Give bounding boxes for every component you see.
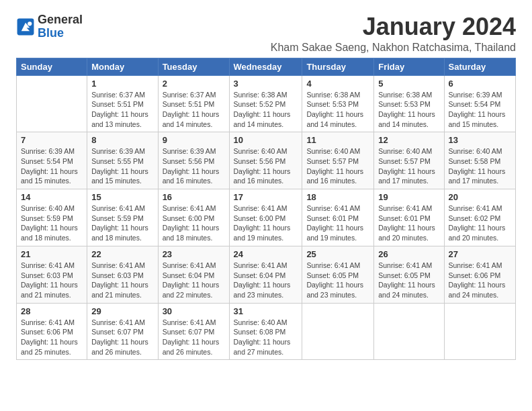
day-info: Sunrise: 6:40 AMSunset: 5:56 PMDaylight:… <box>234 146 298 186</box>
day-cell: 5Sunrise: 6:38 AMSunset: 5:53 PMDaylight… <box>374 75 444 132</box>
day-number: 4 <box>306 79 369 89</box>
day-info: Sunrise: 6:41 AMSunset: 6:04 PMDaylight:… <box>163 261 225 300</box>
day-cell: 12Sunrise: 6:40 AMSunset: 5:57 PMDayligh… <box>374 132 444 189</box>
col-header-saturday: Saturday <box>444 58 516 75</box>
day-cell: 16Sunrise: 6:41 AMSunset: 6:00 PMDayligh… <box>158 189 229 246</box>
svg-point-2 <box>28 21 32 26</box>
logo-blue: Blue <box>38 27 83 40</box>
day-number: 14 <box>21 192 83 202</box>
day-info: Sunrise: 6:41 AMSunset: 6:03 PMDaylight:… <box>91 261 153 300</box>
day-info: Sunrise: 6:41 AMSunset: 6:00 PMDaylight:… <box>163 203 225 243</box>
day-number: 27 <box>449 249 512 259</box>
logo-text: General Blue <box>38 13 83 40</box>
col-header-tuesday: Tuesday <box>158 58 229 75</box>
day-number: 1 <box>91 79 153 89</box>
month-title: January 2024 <box>271 13 516 40</box>
logo-icon <box>16 17 35 36</box>
day-number: 26 <box>378 249 439 259</box>
day-number: 12 <box>378 135 439 145</box>
week-row-5: 28Sunrise: 6:41 AMSunset: 6:06 PMDayligh… <box>17 303 516 360</box>
col-header-thursday: Thursday <box>302 58 374 75</box>
day-number: 16 <box>163 192 225 202</box>
day-cell: 1Sunrise: 6:37 AMSunset: 5:51 PMDaylight… <box>87 75 158 132</box>
day-number: 3 <box>234 79 298 89</box>
week-row-1: 1Sunrise: 6:37 AMSunset: 5:51 PMDaylight… <box>17 75 516 132</box>
day-cell: 28Sunrise: 6:41 AMSunset: 6:06 PMDayligh… <box>17 303 87 360</box>
day-cell: 29Sunrise: 6:41 AMSunset: 6:07 PMDayligh… <box>87 303 158 360</box>
logo: General Blue <box>16 13 83 40</box>
day-info: Sunrise: 6:41 AMSunset: 6:01 PMDaylight:… <box>306 203 369 243</box>
day-cell: 15Sunrise: 6:41 AMSunset: 5:59 PMDayligh… <box>87 189 158 246</box>
day-cell: 10Sunrise: 6:40 AMSunset: 5:56 PMDayligh… <box>229 132 302 189</box>
day-info: Sunrise: 6:39 AMSunset: 5:54 PMDaylight:… <box>449 90 512 130</box>
day-number: 15 <box>91 192 153 202</box>
header-row: SundayMondayTuesdayWednesdayThursdayFrid… <box>17 58 516 75</box>
logo-general: General <box>38 13 83 27</box>
day-cell: 30Sunrise: 6:41 AMSunset: 6:07 PMDayligh… <box>158 303 229 360</box>
day-cell: 26Sunrise: 6:41 AMSunset: 6:05 PMDayligh… <box>374 246 444 303</box>
day-cell <box>444 303 516 360</box>
day-cell: 20Sunrise: 6:41 AMSunset: 6:02 PMDayligh… <box>444 189 516 246</box>
day-cell: 9Sunrise: 6:39 AMSunset: 5:56 PMDaylight… <box>158 132 229 189</box>
day-info: Sunrise: 6:41 AMSunset: 6:04 PMDaylight:… <box>234 261 298 300</box>
day-info: Sunrise: 6:41 AMSunset: 6:06 PMDaylight:… <box>449 261 512 300</box>
day-info: Sunrise: 6:38 AMSunset: 5:53 PMDaylight:… <box>378 90 439 130</box>
day-cell: 6Sunrise: 6:39 AMSunset: 5:54 PMDaylight… <box>444 75 516 132</box>
day-cell: 18Sunrise: 6:41 AMSunset: 6:01 PMDayligh… <box>302 189 374 246</box>
day-number: 21 <box>21 249 83 259</box>
calendar-table: SundayMondayTuesdayWednesdayThursdayFrid… <box>16 58 516 361</box>
day-number: 29 <box>91 306 153 316</box>
day-cell: 22Sunrise: 6:41 AMSunset: 6:03 PMDayligh… <box>87 246 158 303</box>
calendar-body: 1Sunrise: 6:37 AMSunset: 5:51 PMDaylight… <box>17 75 516 360</box>
title-block: January 2024 Kham Sakae Saeng, Nakhon Ra… <box>271 13 516 54</box>
day-number: 23 <box>163 249 225 259</box>
day-info: Sunrise: 6:40 AMSunset: 5:57 PMDaylight:… <box>306 146 369 186</box>
day-info: Sunrise: 6:37 AMSunset: 5:51 PMDaylight:… <box>163 90 225 130</box>
day-number: 25 <box>306 249 369 259</box>
day-info: Sunrise: 6:41 AMSunset: 6:05 PMDaylight:… <box>306 261 369 300</box>
day-number: 31 <box>234 306 298 316</box>
day-cell: 7Sunrise: 6:39 AMSunset: 5:54 PMDaylight… <box>17 132 87 189</box>
day-number: 2 <box>163 79 225 89</box>
day-number: 11 <box>306 135 369 145</box>
day-number: 17 <box>234 192 298 202</box>
day-info: Sunrise: 6:38 AMSunset: 5:53 PMDaylight:… <box>306 90 369 130</box>
day-cell: 23Sunrise: 6:41 AMSunset: 6:04 PMDayligh… <box>158 246 229 303</box>
day-cell: 31Sunrise: 6:40 AMSunset: 6:08 PMDayligh… <box>229 303 302 360</box>
page-header: General Blue January 2024 Kham Sakae Sae… <box>16 13 516 54</box>
day-info: Sunrise: 6:40 AMSunset: 5:57 PMDaylight:… <box>378 146 439 186</box>
day-number: 9 <box>163 135 225 145</box>
day-number: 13 <box>449 135 512 145</box>
day-info: Sunrise: 6:41 AMSunset: 6:07 PMDaylight:… <box>163 318 225 357</box>
day-number: 19 <box>378 192 439 202</box>
day-number: 20 <box>449 192 512 202</box>
day-info: Sunrise: 6:38 AMSunset: 5:52 PMDaylight:… <box>234 90 298 130</box>
day-info: Sunrise: 6:41 AMSunset: 6:07 PMDaylight:… <box>91 318 153 357</box>
day-cell: 11Sunrise: 6:40 AMSunset: 5:57 PMDayligh… <box>302 132 374 189</box>
day-cell: 13Sunrise: 6:40 AMSunset: 5:58 PMDayligh… <box>444 132 516 189</box>
day-info: Sunrise: 6:41 AMSunset: 6:05 PMDaylight:… <box>378 261 439 300</box>
day-cell <box>374 303 444 360</box>
day-info: Sunrise: 6:41 AMSunset: 6:06 PMDaylight:… <box>21 318 83 357</box>
location-title: Kham Sakae Saeng, Nakhon Ratchasima, Tha… <box>271 42 516 54</box>
day-info: Sunrise: 6:41 AMSunset: 6:00 PMDaylight:… <box>234 203 298 243</box>
day-cell: 17Sunrise: 6:41 AMSunset: 6:00 PMDayligh… <box>229 189 302 246</box>
day-info: Sunrise: 6:40 AMSunset: 6:08 PMDaylight:… <box>234 318 298 357</box>
day-number: 22 <box>91 249 153 259</box>
day-info: Sunrise: 6:39 AMSunset: 5:54 PMDaylight:… <box>21 146 83 186</box>
day-cell: 24Sunrise: 6:41 AMSunset: 6:04 PMDayligh… <box>229 246 302 303</box>
day-info: Sunrise: 6:39 AMSunset: 5:56 PMDaylight:… <box>163 146 225 186</box>
day-number: 7 <box>21 135 83 145</box>
col-header-wednesday: Wednesday <box>229 58 302 75</box>
day-cell: 4Sunrise: 6:38 AMSunset: 5:53 PMDaylight… <box>302 75 374 132</box>
col-header-friday: Friday <box>374 58 444 75</box>
calendar-header: SundayMondayTuesdayWednesdayThursdayFrid… <box>17 58 516 75</box>
week-row-3: 14Sunrise: 6:40 AMSunset: 5:59 PMDayligh… <box>17 189 516 246</box>
day-number: 6 <box>449 79 512 89</box>
day-number: 8 <box>91 135 153 145</box>
day-info: Sunrise: 6:41 AMSunset: 6:01 PMDaylight:… <box>378 203 439 243</box>
day-info: Sunrise: 6:37 AMSunset: 5:51 PMDaylight:… <box>91 90 153 130</box>
day-cell <box>17 75 87 132</box>
day-cell: 3Sunrise: 6:38 AMSunset: 5:52 PMDaylight… <box>229 75 302 132</box>
day-cell <box>302 303 374 360</box>
